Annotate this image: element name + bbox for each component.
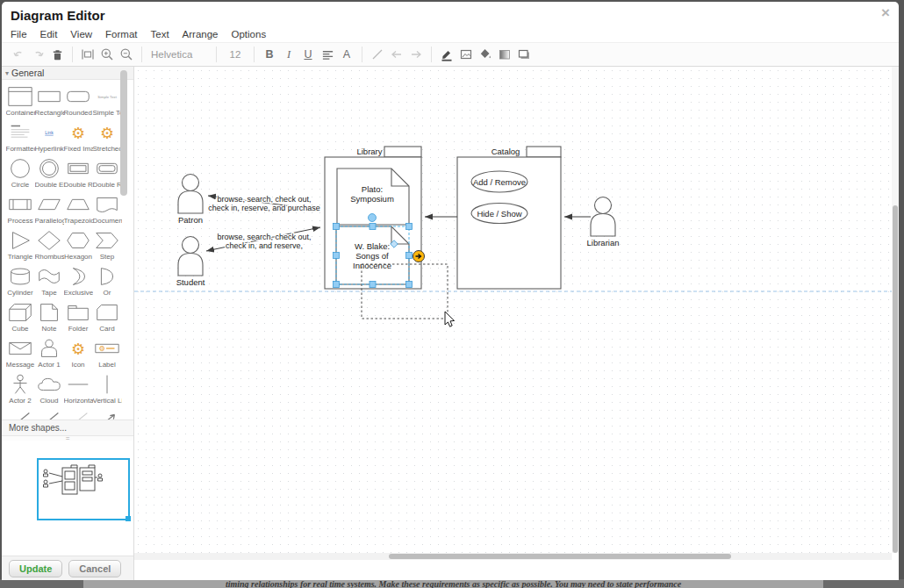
shape-vertical-li[interactable]: Vertical Li: [93, 372, 121, 408]
shape-line-arrow[interactable]: [93, 408, 121, 419]
shape-hyperlink[interactable]: LinkHyperlink: [35, 120, 63, 156]
rotation-handle[interactable]: [369, 214, 377, 222]
shape-line-light[interactable]: [64, 408, 92, 419]
shape-note[interactable]: Note: [35, 300, 63, 336]
gradient-icon[interactable]: [495, 46, 514, 63]
image-icon[interactable]: [456, 46, 476, 63]
menu-edit[interactable]: Edit: [40, 29, 58, 39]
shape-line-solid-2[interactable]: [35, 408, 63, 419]
shadow-icon[interactable]: [514, 46, 534, 63]
menu-view[interactable]: View: [70, 29, 92, 39]
collapse-triangle-icon: ▾: [5, 69, 9, 77]
undo-icon[interactable]: [9, 46, 28, 63]
shape-cloud[interactable]: Cloud: [35, 372, 63, 408]
close-icon[interactable]: ×: [881, 5, 890, 21]
shape-message[interactable]: Message: [6, 336, 34, 372]
menu-file[interactable]: File: [11, 29, 27, 39]
line-icon[interactable]: [368, 46, 387, 63]
title-bar: Diagram Editor ×: [2, 2, 899, 26]
shape-card[interactable]: Card: [93, 300, 121, 336]
shape-step[interactable]: Step: [93, 228, 121, 264]
font-family-select[interactable]: Helvetica: [147, 49, 211, 60]
update-button[interactable]: Update: [9, 560, 62, 577]
edge-student-label-line1: browse, search, check out,: [217, 233, 311, 241]
arrow-right-icon[interactable]: [406, 46, 426, 63]
zoom-in-icon[interactable]: [97, 46, 117, 63]
shape-double-ell[interactable]: Double Ell: [35, 156, 63, 192]
menu-format[interactable]: Format: [105, 29, 137, 39]
shape-folder[interactable]: Folder: [64, 300, 92, 336]
shape-double-re[interactable]: Double Re: [64, 156, 92, 192]
edge-student-label-line2: check in, and reserve,: [226, 241, 303, 250]
canvas-vscrollbar[interactable]: [892, 67, 899, 553]
node-librarian-label: Librarian: [587, 238, 620, 247]
shape-line-solid[interactable]: [6, 408, 34, 419]
node-wblake-line2: Songs of: [355, 251, 389, 261]
menu-arrange[interactable]: Arrange: [183, 29, 219, 39]
zoom-out-icon[interactable]: [117, 46, 136, 63]
mouse-cursor: [445, 312, 455, 326]
shape-tape[interactable]: Tape: [35, 264, 63, 300]
shape-container[interactable]: Container: [6, 84, 34, 120]
node-library-label: Library: [356, 147, 382, 156]
page-title: Diagram Editor: [11, 8, 105, 23]
shape-simple-te[interactable]: Simple TextSimple Te: [93, 84, 121, 120]
underline-icon[interactable]: U: [298, 46, 318, 63]
delete-icon[interactable]: [47, 46, 67, 63]
font-color-icon[interactable]: A: [337, 46, 356, 63]
fill-color-icon[interactable]: [476, 46, 495, 63]
shape-fixed-imag[interactable]: ⚙Fixed Imag: [64, 120, 92, 156]
shape-actor-2[interactable]: Actor 2: [6, 372, 34, 408]
fit-page-icon[interactable]: [78, 46, 97, 63]
cancel-button[interactable]: Cancel: [68, 560, 121, 577]
viewport-resize-handle[interactable]: [126, 516, 131, 521]
shape-rhombus[interactable]: Rhombus: [35, 228, 63, 264]
shape-triangle[interactable]: Triangle: [6, 228, 34, 264]
shape-stretched[interactable]: ⚙Stretched: [93, 120, 121, 156]
node-librarian[interactable]: [591, 197, 615, 237]
canvas-hscrollbar-thumb[interactable]: [389, 554, 731, 559]
canvas-hscrollbar[interactable]: [134, 553, 892, 560]
svg-text:⚙: ⚙: [71, 125, 85, 142]
svg-text:⚙: ⚙: [100, 125, 114, 142]
node-patron[interactable]: [178, 175, 203, 214]
redo-icon[interactable]: [28, 46, 47, 63]
shape-parallelog[interactable]: Parallelog: [35, 192, 63, 228]
shape-rounded-r[interactable]: Rounded R: [64, 84, 92, 120]
canvas-vscrollbar-thumb[interactable]: [893, 205, 898, 553]
shape-icon[interactable]: ⚙Icon: [64, 336, 92, 372]
shape-exclusive[interactable]: Exclusive: [64, 264, 92, 300]
arrow-left-icon[interactable]: [387, 46, 406, 63]
italic-icon[interactable]: I: [279, 46, 298, 63]
shape-hexagon[interactable]: Hexagon: [64, 228, 92, 264]
shapes-section-general[interactable]: ▾ General: [2, 67, 133, 80]
shape-document[interactable]: Document: [93, 192, 121, 228]
align-icon[interactable]: [318, 46, 337, 63]
shape-double-ro[interactable]: Double Ro: [93, 156, 121, 192]
menu-bar: FileEditViewFormatTextArrangeOptions: [2, 26, 899, 42]
font-size-select[interactable]: 12: [222, 49, 248, 60]
shape-cube[interactable]: Cube: [6, 300, 34, 336]
diagram-canvas[interactable]: Library Catalog Add / Remove Hide / Show: [134, 67, 899, 560]
shape-circle[interactable]: Circle: [6, 156, 34, 192]
connect-arrow-badge[interactable]: [413, 251, 425, 262]
shape-formatted[interactable]: Formatted: [6, 120, 34, 156]
outline-viewport[interactable]: [37, 458, 130, 520]
sidebar-scrollbar-thumb[interactable]: [120, 70, 127, 196]
menu-text[interactable]: Text: [151, 29, 169, 39]
shape-label[interactable]: ⚙Label: [93, 336, 121, 372]
line-color-icon[interactable]: [437, 46, 456, 63]
shape-horizontal[interactable]: Horizontal: [64, 372, 92, 408]
menu-options[interactable]: Options: [232, 29, 267, 39]
shape-or[interactable]: Or: [93, 264, 121, 300]
node-student[interactable]: [178, 237, 203, 276]
shape-trapezoid[interactable]: Trapezoid: [64, 192, 92, 228]
background-page-text: timing relationships for real time syste…: [83, 579, 823, 588]
shape-actor-1[interactable]: Actor 1: [35, 336, 63, 372]
shape-process[interactable]: Process: [6, 192, 34, 228]
shape-cylinder[interactable]: Cylinder: [6, 264, 34, 300]
bold-icon[interactable]: B: [260, 46, 279, 63]
shapes-section-label: General: [11, 68, 44, 78]
shape-rectangle[interactable]: Rectangle: [35, 84, 63, 120]
toolbar: Helvetica 12 B I U A: [2, 42, 899, 67]
